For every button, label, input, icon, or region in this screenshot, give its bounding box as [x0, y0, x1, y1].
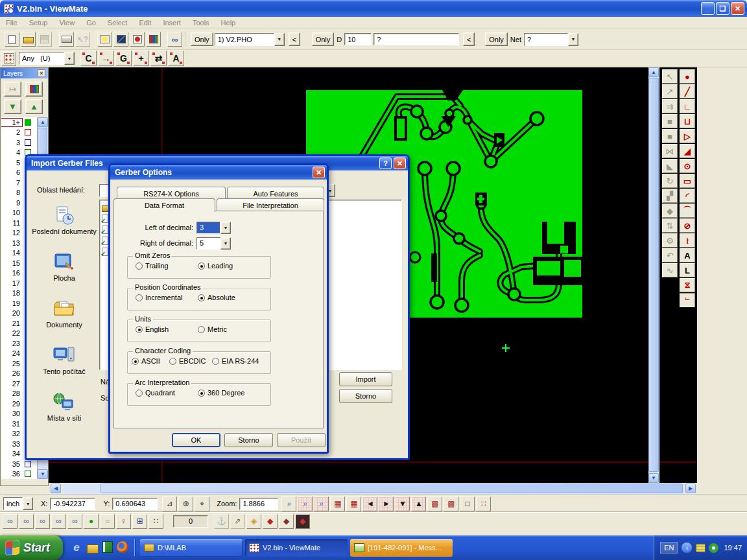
- layer-color-swatch[interactable]: [25, 119, 31, 126]
- spacing-button[interactable]: ⇅: [662, 218, 678, 233]
- new-file-button[interactable]: [5, 32, 19, 47]
- checked-file-icon[interactable]: [102, 226, 108, 234]
- scatter-button[interactable]: ▞: [662, 189, 678, 203]
- ok-button[interactable]: OK: [172, 433, 220, 447]
- menu-view[interactable]: View: [53, 18, 80, 28]
- grid-box-move-button[interactable]: ▩: [444, 496, 458, 511]
- item-type-dropdown-icon[interactable]: ▼: [64, 52, 75, 65]
- move-multiple-button[interactable]: ⇉: [662, 99, 678, 113]
- option-english[interactable]: English: [136, 325, 198, 333]
- anchor-button[interactable]: ⚓: [214, 514, 229, 529]
- option-eia-rs-244[interactable]: EIA RS-244: [212, 357, 259, 365]
- plot-button[interactable]: [113, 32, 128, 47]
- layer-color-swatch[interactable]: [25, 471, 31, 477]
- canvas-horizontal-scrollbar[interactable]: ◀ ▶: [49, 483, 697, 495]
- lamp-probe-button[interactable]: ♀: [116, 514, 131, 529]
- import-help-button[interactable]: ?: [379, 158, 392, 169]
- layer-color-swatch[interactable]: [25, 139, 31, 146]
- pan-down-button[interactable]: ▼: [395, 496, 410, 511]
- place-my-computer[interactable]: Tento počítač: [32, 345, 97, 375]
- option-leading[interactable]: Leading: [198, 262, 233, 270]
- radio-selected-icon[interactable]: [198, 390, 205, 397]
- start-button[interactable]: Start: [0, 535, 63, 560]
- angle-measure-button[interactable]: ⊿: [162, 496, 177, 511]
- view-highlight-dots-button[interactable]: ∞: [3, 514, 18, 529]
- find-pad-button[interactable]: +: [133, 51, 149, 66]
- fill-polygon-button[interactable]: ■: [662, 114, 678, 128]
- option-ascii[interactable]: ASCII: [132, 357, 169, 365]
- canvas-vertical-scrollbar[interactable]: ▲ ▼: [648, 67, 659, 483]
- view-highlight-marker-button[interactable]: ∞: [67, 514, 82, 529]
- draw-arrow-dashed-button[interactable]: ▷: [680, 129, 695, 143]
- combo-dropdown-icon[interactable]: ▼: [220, 237, 231, 250]
- import-button[interactable]: Import: [339, 372, 392, 386]
- prev-dcode-button[interactable]: <: [463, 32, 475, 46]
- help-book-icon[interactable]: [102, 541, 113, 553]
- dcode-filter-input[interactable]: ?: [374, 33, 459, 45]
- find-component-button[interactable]: C: [80, 51, 97, 66]
- select-area-button[interactable]: □: [460, 496, 475, 511]
- dcode-input[interactable]: 10: [344, 33, 372, 45]
- view-highlight-trace-button[interactable]: ∞: [51, 514, 66, 529]
- zoom-lens-button[interactable]: ⌕: [281, 496, 296, 511]
- option-trailing[interactable]: Trailing: [136, 262, 198, 270]
- scroll-right-icon[interactable]: ▶: [685, 484, 696, 493]
- select-cursor-button[interactable]: ↖: [662, 69, 678, 84]
- scroll-up-icon[interactable]: ▲: [648, 67, 659, 77]
- layers-panel-title-bar[interactable]: Layers ×: [1, 68, 48, 78]
- draw-bend-button[interactable]: ⌐: [680, 293, 695, 307]
- internet-explorer-icon[interactable]: [70, 541, 83, 554]
- signal-light-button[interactable]: ●: [84, 514, 99, 529]
- folder-icon[interactable]: [87, 544, 99, 554]
- swap-highlight-button[interactable]: ⇄: [150, 51, 167, 66]
- radio-icon[interactable]: [136, 294, 143, 301]
- pan-up-button[interactable]: ▲: [411, 496, 426, 511]
- settings-gear-button[interactable]: ⚙: [662, 233, 678, 248]
- tab-rs274-x-options[interactable]: RS274-X Options: [117, 187, 226, 200]
- move-to-pad-button[interactable]: ↗: [662, 84, 678, 99]
- gerber-cancel-button[interactable]: Storno: [224, 433, 273, 447]
- open-file-button[interactable]: [21, 32, 36, 47]
- gerber-close-button[interactable]: ✕: [313, 167, 325, 178]
- unit-dropdown-icon[interactable]: ▼: [23, 497, 33, 510]
- pan-left-button[interactable]: ◄: [362, 496, 377, 511]
- vertical-scroll-thumb[interactable]: [648, 78, 659, 472]
- task-button-191-482-091-mess[interactable]: [191-482-091] - Mess...: [350, 539, 453, 557]
- radio-selected-icon[interactable]: [136, 326, 143, 333]
- radio-selected-icon[interactable]: [198, 262, 205, 270]
- draw-rectangle-button[interactable]: ▭: [680, 174, 695, 188]
- layers-scroll-up-icon[interactable]: ▲: [38, 117, 48, 127]
- layer-down-button[interactable]: ▼: [4, 99, 21, 114]
- minimize-button[interactable]: _: [701, 2, 715, 15]
- origin-target-button[interactable]: ⊕: [178, 496, 193, 511]
- radio-icon[interactable]: [136, 262, 143, 270]
- film-layers-button[interactable]: [146, 32, 161, 47]
- lamp-off-button[interactable]: ○: [100, 514, 115, 529]
- place-recent-documents[interactable]: Poslední dokumenty: [32, 205, 97, 235]
- menu-setup[interactable]: Setup: [23, 18, 54, 28]
- aperture-list-button[interactable]: [1, 51, 16, 66]
- fill-rectangle-button[interactable]: ■: [662, 129, 678, 143]
- layer-jump-button[interactable]: ↦: [4, 82, 21, 97]
- menu-file[interactable]: File: [0, 18, 23, 28]
- layer-color-swatch[interactable]: [25, 129, 31, 135]
- flash-tool-button[interactable]: ◈: [246, 514, 261, 529]
- zoom-value[interactable]: 1.8866: [239, 498, 278, 510]
- radio-icon[interactable]: [169, 358, 176, 365]
- layer-color-swatch[interactable]: [25, 461, 31, 467]
- goto-reference-button[interactable]: →: [98, 51, 114, 66]
- rotate-button[interactable]: ↻: [662, 174, 678, 188]
- grid-box-button[interactable]: ▩: [427, 496, 442, 511]
- prev-layer-button[interactable]: <: [289, 32, 300, 46]
- horizontal-scroll-track[interactable]: [63, 484, 684, 494]
- pan-right-button[interactable]: ►: [379, 496, 394, 511]
- undo-arc-button[interactable]: ↶: [662, 248, 678, 262]
- place-desktop[interactable]: Plocha: [32, 252, 97, 282]
- layer-row-1+[interactable]: 1+: [1, 117, 37, 128]
- highlight-flash-button[interactable]: [97, 32, 112, 47]
- only-dcode-button[interactable]: Only: [312, 32, 335, 46]
- stretch-button[interactable]: ⇗: [230, 514, 245, 529]
- layer-up-button[interactable]: ▲: [25, 99, 43, 114]
- find-aperture-button[interactable]: A: [168, 51, 184, 66]
- scroll-left-icon[interactable]: ◀: [51, 484, 61, 493]
